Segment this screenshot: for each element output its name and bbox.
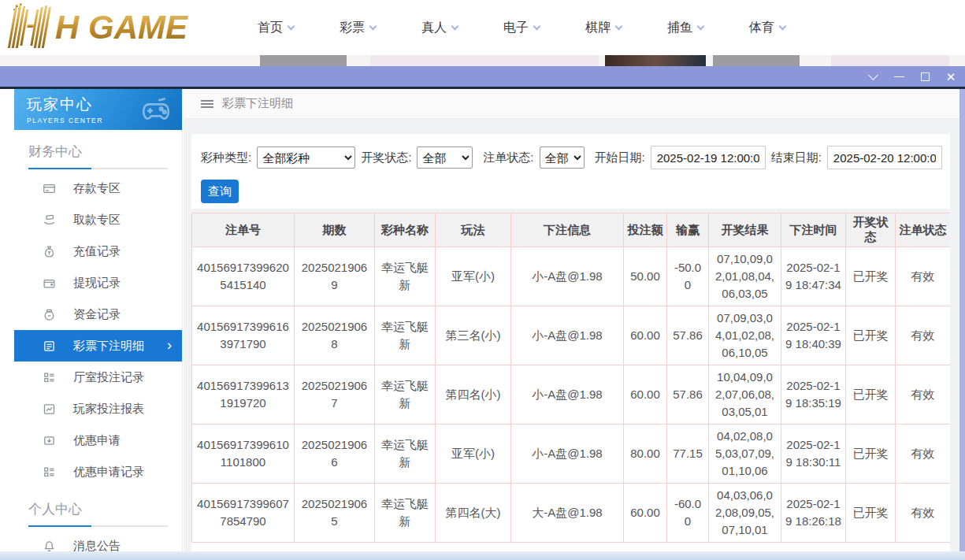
sidebar-header: 玩家中心 PLAYERS CENTER: [14, 89, 182, 130]
column-header: 开奖状态: [846, 213, 896, 247]
sidebar-item-label: 优惠申请记录: [73, 465, 144, 480]
column-header: 期数: [295, 213, 375, 247]
cell-period: 20250219065: [295, 484, 375, 543]
sidebar-section-title-finance: 财务中心: [28, 143, 168, 161]
window-minimize-button[interactable]: [891, 69, 907, 83]
cell-draw-status: 已开奖: [846, 425, 896, 484]
bets-table-card: 注单号期数彩种名称玩法下注信息投注额输赢开奖结果下注时间开奖状态注单状态 401…: [191, 213, 950, 551]
draw-status-label: 开奖状态:: [361, 150, 411, 165]
hamburger-icon[interactable]: [201, 100, 213, 108]
sidebar-item-lottery-bet-details[interactable]: 彩票下注明细 ›: [14, 330, 182, 362]
column-header: 注单状态: [896, 213, 951, 247]
sidebar-item-fund-records[interactable]: 资金记录 ›: [14, 299, 182, 330]
cell-bet-id: 401569173996077854790: [192, 484, 295, 543]
cell-bet-id: 401569173996131919720: [192, 365, 295, 425]
column-header: 玩法: [436, 213, 511, 247]
cell-win-loss: 77.15: [667, 425, 709, 484]
sidebar-item-hall-bet-records[interactable]: 厅室投注记录 ›: [14, 362, 182, 393]
window-bottom-border: [0, 551, 965, 560]
table-row: 401569173996101101800 20250219066 幸运飞艇新 …: [192, 425, 951, 484]
cell-bet-amount: 60.00: [624, 306, 667, 365]
sidebar-item-icon: [43, 465, 56, 479]
table-header-row: 注单号期数彩种名称玩法下注信息投注额输赢开奖结果下注时间开奖状态注单状态: [192, 213, 951, 247]
nav-item-lottery[interactable]: 彩票: [317, 20, 399, 36]
sidebar-item-recharge-records[interactable]: 充值记录 ›: [14, 235, 182, 267]
sidebar-item-label: 玩家投注报表: [73, 402, 144, 417]
cell-draw-result: 04,03,06,02,08,09,05,07,10,01: [709, 484, 781, 543]
column-header: 下注信息: [511, 213, 624, 247]
cell-play-type: 第四名(大): [436, 484, 511, 543]
sidebar-item-withdrawal-records[interactable]: 提现记录 ›: [14, 267, 182, 299]
chevron-down-icon: [779, 22, 787, 30]
chevron-down-icon: [533, 22, 541, 30]
draw-status-select[interactable]: 全部: [417, 146, 473, 169]
sidebar-item-player-bet-report[interactable]: 玩家投注报表 ›: [14, 393, 182, 425]
sidebar-item-label: 消息公告: [73, 539, 121, 552]
cell-win-loss: 57.86: [667, 306, 709, 365]
order-status-select[interactable]: 全部: [540, 146, 585, 169]
cell-draw-status: 已开奖: [846, 247, 896, 306]
background-page-strip: [0, 55, 965, 66]
window-titlebar[interactable]: ✕: [0, 66, 965, 87]
query-button[interactable]: 查询: [201, 180, 239, 203]
sidebar-menu-personal: 消息公告 ›: [14, 530, 182, 551]
sidebar-item-promo-apply-records[interactable]: 优惠申请记录 ›: [14, 456, 182, 488]
sidebar-item-label: 取款专区: [73, 213, 121, 228]
window-collapse-button[interactable]: [865, 69, 881, 83]
maximize-icon: [921, 72, 930, 81]
cell-win-loss: 57.86: [667, 365, 709, 425]
cell-bet-amount: 80.00: [624, 425, 667, 484]
cell-bet-amount: 50.00: [624, 247, 667, 306]
sidebar-item-promo-apply[interactable]: 优惠申请 ›: [14, 425, 182, 456]
sidebar-item-label: 充值记录: [73, 244, 121, 259]
sidebar-item-label: 存款专区: [73, 181, 121, 196]
nav-item-slots[interactable]: 电子: [481, 20, 562, 36]
lottery-type-select[interactable]: 全部彩种: [257, 146, 355, 169]
sidebar-item-icon: [43, 540, 56, 552]
nav-item-label: 首页: [258, 20, 283, 36]
backdrop-fragment: [260, 55, 347, 66]
table-row: 401569173996131919720 20250219067 幸运飞艇新 …: [192, 365, 951, 425]
sidebar-item-deposit[interactable]: 存款专区 ›: [14, 172, 182, 204]
nav-item-label: 电子: [503, 20, 529, 36]
chevron-down-icon: [369, 22, 377, 30]
sidebar-item-announcements[interactable]: 消息公告 ›: [14, 530, 182, 551]
cell-lottery-name: 幸运飞艇新: [375, 306, 436, 365]
window-maximize-button[interactable]: [917, 69, 933, 83]
cell-bet-info: 大-A盘@1.98: [511, 484, 624, 543]
cell-play-type: 亚军(小): [436, 425, 511, 484]
cell-lottery-name: 幸运飞艇新: [375, 425, 436, 484]
chevron-down-icon: [288, 22, 295, 30]
start-date-input[interactable]: [651, 146, 766, 169]
cell-win-loss: -50.00: [667, 247, 709, 306]
end-date-input[interactable]: [827, 146, 942, 169]
main-content: 彩票下注明细 彩种类型: 全部彩种 开奖状态: 全部 注单状态:: [184, 89, 959, 551]
sidebar-item-label: 提现记录: [73, 276, 121, 291]
cell-order-status: 有效: [896, 425, 951, 484]
nav-item-sports[interactable]: 体育: [726, 20, 808, 36]
cell-bet-info: 小-A盘@1.98: [511, 365, 624, 425]
sidebar-item-icon: [43, 213, 56, 227]
nav-item-fishing[interactable]: 捕鱼: [644, 20, 726, 36]
cell-lottery-name: 幸运飞艇新: [375, 484, 436, 543]
backdrop-fragment: [605, 55, 706, 66]
nav-item-cards[interactable]: 棋牌: [562, 20, 644, 36]
logo-graphic: H GAME: [5, 2, 211, 50]
section-divider: [28, 525, 168, 527]
cell-lottery-name: 幸运飞艇新: [375, 247, 436, 306]
window-close-button[interactable]: ✕: [943, 69, 959, 83]
cell-bet-amount: 60.00: [624, 365, 667, 425]
cell-bet-info: 小-A盘@1.98: [511, 425, 624, 484]
cell-draw-status: 已开奖: [846, 484, 896, 543]
sidebar-item-withdraw[interactable]: 取款专区 ›: [14, 204, 182, 235]
nav-item-live[interactable]: 真人: [399, 20, 481, 36]
minimize-icon: [894, 76, 904, 77]
section-divider: [28, 168, 168, 169]
cell-bet-info: 小-A盘@1.98: [511, 306, 624, 365]
site-logo[interactable]: H GAME: [5, 2, 211, 53]
column-header: 彩种名称: [375, 213, 436, 247]
cell-draw-result: 04,02,08,05,03,07,09,01,10,06: [709, 425, 781, 484]
page-header: 彩票下注明细: [184, 89, 959, 119]
chevron-down-icon: [697, 22, 705, 30]
nav-item-home[interactable]: 首页: [235, 20, 317, 36]
